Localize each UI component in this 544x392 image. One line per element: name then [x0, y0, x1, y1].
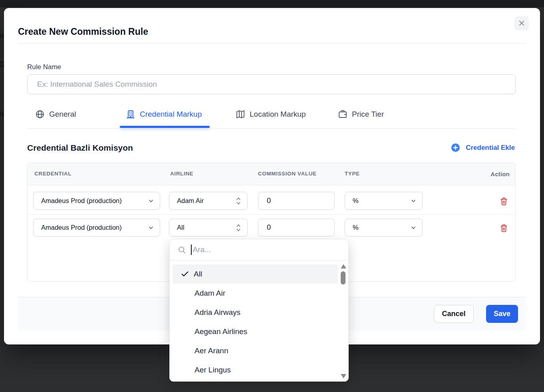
- trash-icon: [500, 224, 508, 232]
- delete-row-button[interactable]: [498, 222, 509, 233]
- dropdown-search-input[interactable]: [193, 245, 349, 254]
- credential-select[interactable]: Amadeus Prod (production): [33, 219, 160, 237]
- tab-label: Credential Markup: [140, 110, 202, 119]
- map-icon: [236, 109, 245, 119]
- backdrop-top-strip: [0, 0, 544, 7]
- chevron-down-icon: [410, 198, 417, 204]
- rule-name-label: Rule Name: [27, 63, 61, 71]
- title-divider: [18, 43, 526, 44]
- delete-row-button[interactable]: [498, 195, 509, 207]
- chevron-up-down-icon: [235, 197, 242, 205]
- airline-combobox[interactable]: Adam Air: [169, 192, 248, 210]
- credential-select-value: Amadeus Prod (production): [34, 224, 122, 231]
- rule-name-input[interactable]: [27, 74, 516, 94]
- airline-dropdown: All Adam Air Adria Airways Aegean Airlin…: [169, 239, 349, 382]
- airline-combobox-value: Adam Air: [169, 197, 204, 205]
- chevron-down-icon: [148, 198, 154, 204]
- type-select[interactable]: %: [345, 192, 423, 210]
- airline-combobox-value: All: [169, 224, 184, 231]
- option-label: All: [194, 270, 202, 279]
- save-button[interactable]: Save: [486, 305, 518, 323]
- dropdown-option[interactable]: Aer Lingus: [173, 360, 338, 380]
- search-icon: [178, 246, 186, 254]
- option-label: Aegean Airlines: [195, 327, 247, 336]
- scrollbar-thumb[interactable]: [341, 271, 345, 285]
- trash-icon: [500, 197, 508, 205]
- modal-title: Create New Commission Rule: [18, 26, 148, 37]
- dropdown-option[interactable]: Adam Air: [173, 284, 338, 303]
- option-label: Aer Lingus: [195, 366, 231, 374]
- commission-value-input[interactable]: [258, 192, 335, 210]
- header-credential: CREDENTIAL: [34, 171, 71, 177]
- dropdown-scrollbar[interactable]: [340, 263, 346, 380]
- tab-label: Price Tier: [352, 110, 384, 119]
- section-title: Credential Bazli Komisyon: [27, 143, 133, 153]
- chevron-down-icon: [410, 225, 417, 231]
- option-label: Adam Air: [195, 289, 225, 298]
- scrollbar-up-arrow[interactable]: [341, 264, 346, 269]
- dropdown-option[interactable]: Aegean Airlines: [173, 322, 338, 341]
- globe-icon: [35, 109, 45, 119]
- type-select[interactable]: %: [345, 219, 423, 237]
- option-label: Aer Arann: [195, 346, 228, 355]
- close-icon: [518, 20, 525, 27]
- tab-label: Location Markup: [250, 110, 306, 119]
- dropdown-option[interactable]: Aer Arann: [173, 341, 338, 360]
- credential-select[interactable]: Amadeus Prod (production): [33, 192, 160, 210]
- backdrop-text-fragment: ri: [0, 110, 4, 119]
- text-cursor: [191, 245, 192, 255]
- chevron-up-down-icon: [235, 223, 242, 232]
- header-type: TYPE: [345, 171, 360, 177]
- type-select-value: %: [345, 224, 359, 231]
- tab-general[interactable]: General: [35, 109, 76, 119]
- header-action: Action: [490, 171, 510, 177]
- tab-location-markup[interactable]: Location Markup: [236, 109, 306, 119]
- close-button[interactable]: [514, 16, 529, 30]
- table-header-row: CREDENTIAL AIRLINE COMMISSION VALUE TYPE…: [28, 163, 515, 185]
- tab-price-tier[interactable]: Price Tier: [338, 109, 384, 119]
- add-credential-button[interactable]: Credential Ekle: [451, 143, 515, 152]
- dropdown-option[interactable]: Adria Airways: [173, 303, 338, 322]
- backdrop-text-fragment: n: [0, 31, 4, 40]
- commission-value-input[interactable]: [258, 219, 335, 237]
- plus-circle-icon: [451, 143, 460, 152]
- wallet-icon: [338, 109, 347, 119]
- building-icon: [126, 109, 135, 119]
- active-tab-underline: [120, 126, 210, 128]
- option-label: Adria Airways: [195, 308, 240, 317]
- header-commission-value: COMMISSION VALUE: [258, 171, 317, 177]
- add-credential-label: Credential Ekle: [466, 144, 515, 152]
- tabs-divider: [27, 128, 516, 129]
- chevron-down-icon: [148, 225, 154, 231]
- tab-credential-markup[interactable]: Credential Markup: [126, 109, 202, 119]
- check-icon: [181, 270, 189, 279]
- credential-select-value: Amadeus Prod (production): [34, 197, 122, 205]
- tab-label: General: [49, 110, 76, 119]
- cancel-button[interactable]: Cancel: [434, 305, 474, 323]
- screen: n G ri Create New Commission Rule Rule N…: [0, 0, 544, 392]
- type-select-value: %: [345, 197, 359, 205]
- tab-bar: General Credential Markup Location Marku…: [27, 107, 516, 129]
- dropdown-search: [170, 239, 348, 261]
- scrollbar-down-arrow[interactable]: [341, 374, 346, 378]
- dropdown-option-all[interactable]: All: [173, 265, 338, 284]
- header-airline: AIRLINE: [170, 171, 193, 177]
- row-divider: [28, 214, 515, 215]
- airline-combobox[interactable]: All: [169, 219, 248, 237]
